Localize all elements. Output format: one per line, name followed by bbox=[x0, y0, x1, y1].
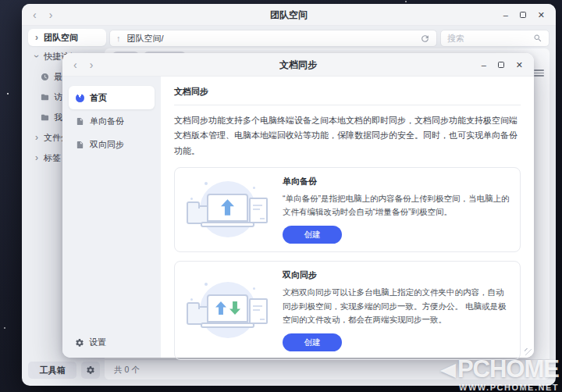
chevron-down-icon: › bbox=[32, 53, 41, 59]
sidebar-item-team-space[interactable]: › 团队空间 bbox=[28, 29, 106, 46]
desktop-background: ‹ › 团队空间 – ✕ › 团队空间 › 快捷访问 最近的 bbox=[0, 0, 562, 392]
dialog-sidebar: 首页 单向备份 双向同步 设置 bbox=[62, 77, 161, 358]
list-view-icon[interactable] bbox=[534, 69, 544, 77]
bottom-left-actions: 工具箱 bbox=[28, 362, 100, 379]
dialog-tab-twoway-sync[interactable]: 双向同步 bbox=[69, 133, 155, 156]
chevron-right-icon: › bbox=[34, 33, 40, 42]
dialog-tab-label: 双向同步 bbox=[90, 139, 124, 151]
dialog-tab-oneway-backup[interactable]: 单向备份 bbox=[69, 109, 155, 133]
card-title: 单向备份 bbox=[283, 176, 510, 187]
minimize-icon[interactable]: – bbox=[503, 11, 508, 20]
clock-icon bbox=[41, 73, 49, 81]
document-graphic bbox=[249, 198, 268, 223]
oneway-backup-card: 单向备份 “单向备份”是指把电脑上的内容备份上传到极空间，当电脑上的文件有编辑改… bbox=[174, 167, 521, 253]
chevron-right-icon: › bbox=[34, 153, 40, 162]
search-box bbox=[440, 30, 550, 47]
current-path: 团队空间/ bbox=[127, 33, 414, 45]
dialog-window-controls: – ✕ bbox=[482, 53, 523, 77]
close-icon[interactable]: ✕ bbox=[516, 61, 523, 69]
doc-sync-dialog: ‹ › 文档同步 – ✕ 首页 单向备份 双向同步 bbox=[62, 53, 534, 358]
dialog-settings-button[interactable]: 设置 bbox=[75, 337, 106, 348]
oneway-backup-illustration bbox=[184, 177, 272, 243]
gear-icon bbox=[86, 365, 95, 375]
dialog-settings-label: 设置 bbox=[89, 337, 106, 348]
dialog-content: 文档同步 文档同步功能支持多个电脑终端设备之间本地文档的即时同步，文档同步功能支… bbox=[161, 77, 534, 358]
search-input[interactable] bbox=[447, 34, 528, 43]
card-description: “单向备份”是指把电脑上的内容备份上传到极空间，当电脑上的文件有编辑改动时会自动… bbox=[283, 192, 510, 219]
dialog-tab-label: 单向备份 bbox=[90, 116, 124, 127]
search-icon[interactable] bbox=[533, 34, 542, 43]
main-window-controls: – ✕ bbox=[503, 4, 545, 26]
upload-arrow-icon bbox=[215, 301, 226, 315]
home-icon bbox=[76, 94, 84, 102]
pchome-watermark: ◀ PCHOME WWW.PCHOME.NET bbox=[440, 357, 559, 392]
content-intro: 文档同步功能支持多个电脑终端设备之间本地文档的即时同步，文档同步功能支持极空间端… bbox=[174, 113, 521, 159]
toolbox-label: 工具箱 bbox=[40, 365, 66, 376]
dialog-title: 文档同步 bbox=[62, 53, 534, 77]
twoway-sync-illustration bbox=[184, 278, 272, 344]
twoway-sync-card: 双向同步 文档双向同步可以让多台电脑上指定的文件夹中的内容，自动同步到极空间，实… bbox=[174, 261, 521, 360]
folder-icon bbox=[41, 93, 49, 102]
document-graphic bbox=[249, 298, 268, 324]
laptop-base-graphic bbox=[201, 222, 254, 227]
maximize-icon[interactable] bbox=[498, 62, 504, 68]
document-icon bbox=[76, 117, 84, 126]
refresh-icon[interactable] bbox=[420, 34, 430, 44]
folder-icon bbox=[41, 113, 49, 122]
items-count: 共 0 个 bbox=[114, 365, 140, 376]
download-arrow-icon bbox=[229, 301, 240, 315]
chevron-right-icon: › bbox=[34, 133, 40, 142]
maximize-icon[interactable] bbox=[520, 12, 526, 18]
sidebar-item-label: 标签 bbox=[44, 152, 61, 164]
dialog-tab-home[interactable]: 首页 bbox=[69, 86, 155, 109]
card-description: 文档双向同步可以让多台电脑上指定的文件夹中的内容，自动同步到极空间，实现多端的同… bbox=[283, 286, 510, 326]
sidebar-item-label: 团队空间 bbox=[44, 32, 78, 44]
watermark-title: PCHOME bbox=[457, 357, 559, 381]
laptop-graphic bbox=[207, 294, 248, 323]
path-bar[interactable]: ↑ 团队空间/ bbox=[109, 30, 437, 47]
laptop-graphic bbox=[207, 194, 248, 222]
toolbox-button[interactable]: 工具箱 bbox=[28, 362, 76, 379]
laptop-base-graphic bbox=[201, 323, 254, 328]
main-titlebar: ‹ › 团队空间 – ✕ bbox=[22, 4, 556, 26]
create-oneway-backup-button[interactable]: 创建 bbox=[283, 226, 342, 244]
minimize-icon[interactable]: – bbox=[482, 61, 486, 69]
main-window-title: 团队空间 bbox=[22, 4, 556, 26]
watermark-arrow-icon: ◀ bbox=[440, 360, 456, 378]
card-title: 双向同步 bbox=[283, 269, 510, 281]
close-icon[interactable]: ✕ bbox=[538, 11, 545, 20]
create-twoway-sync-button[interactable]: 创建 bbox=[283, 333, 342, 351]
gear-icon bbox=[75, 338, 84, 347]
settings-button[interactable] bbox=[81, 362, 100, 379]
content-heading: 文档同步 bbox=[174, 86, 521, 105]
up-level-icon[interactable]: ↑ bbox=[116, 34, 121, 43]
dialog-tab-label: 首页 bbox=[90, 92, 107, 104]
dialog-titlebar: ‹ › 文档同步 – ✕ bbox=[62, 53, 534, 77]
document-icon bbox=[76, 141, 84, 149]
watermark-subtitle: WWW.PCHOME.NET bbox=[440, 383, 559, 392]
upload-arrow-icon bbox=[221, 199, 234, 216]
